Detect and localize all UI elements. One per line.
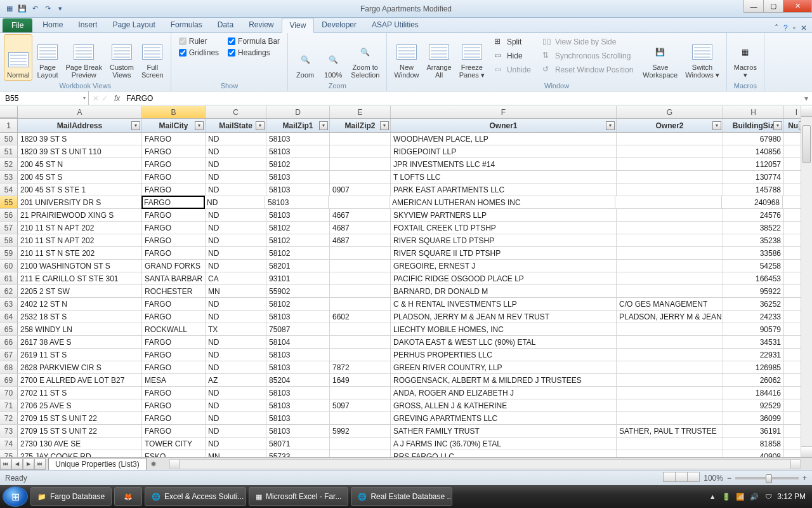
cell[interactable]: 140856 <box>723 145 784 157</box>
cell[interactable]: C/O GES MANAGEMENT <box>617 298 723 310</box>
cell[interactable]: ND <box>206 260 266 272</box>
cell[interactable]: T LOFTS LLC <box>391 171 617 183</box>
cell[interactable]: 24233 <box>723 311 784 323</box>
row-header[interactable]: 68 <box>0 361 18 373</box>
headings-checkbox[interactable]: Headings <box>228 48 280 57</box>
cell[interactable] <box>330 298 391 310</box>
tab-view[interactable]: View <box>282 18 315 33</box>
cell[interactable] <box>617 247 723 259</box>
cell[interactable] <box>617 399 723 411</box>
tray-icon[interactable]: 🛡 <box>763 491 773 502</box>
cell[interactable] <box>330 336 391 348</box>
cell[interactable]: ND <box>206 361 266 373</box>
row-header[interactable]: 61 <box>0 272 18 284</box>
cell[interactable] <box>330 171 391 183</box>
cell[interactable]: AMERICAN LUTHERAN HOMES INC <box>390 196 615 208</box>
cell[interactable]: PLADSON, JERRY M & JEAN <box>617 311 723 323</box>
cell[interactable]: 58102 <box>266 234 330 246</box>
cell[interactable]: ND <box>206 311 266 323</box>
cell[interactable]: ND <box>206 171 266 183</box>
cell[interactable]: WOODHAVEN PLACE, LLP <box>391 133 617 145</box>
cell[interactable]: 67980 <box>723 133 784 145</box>
taskbar-item[interactable]: 📁 Fargo Database <box>30 487 112 506</box>
cell[interactable]: 95922 <box>723 285 784 297</box>
cell[interactable]: ND <box>206 336 266 348</box>
column-header[interactable]: B <box>142 106 206 118</box>
cell[interactable]: PARK EAST APARTMENTS LLC <box>391 184 617 196</box>
file-tab[interactable]: File <box>3 18 32 32</box>
cell[interactable]: MN <box>206 450 266 457</box>
cell[interactable]: 58103 <box>266 171 330 183</box>
vertical-scrollbar[interactable] <box>801 106 812 457</box>
cell[interactable]: 58103 <box>265 196 329 208</box>
cell[interactable]: 36252 <box>723 298 784 310</box>
column-header[interactable]: F <box>391 106 617 118</box>
cell[interactable]: ND <box>206 234 266 246</box>
row-header[interactable]: 70 <box>0 387 18 399</box>
cell[interactable]: RIDGEPOINT LLP <box>391 145 617 157</box>
system-tray[interactable]: ▲ 🔋 📶 🔊 🛡 3:12 PM <box>707 491 809 502</box>
cell[interactable]: ND <box>206 209 266 221</box>
cell[interactable]: ROCKWALL <box>142 323 206 335</box>
tab-data[interactable]: Data <box>210 18 241 32</box>
cell[interactable]: 1649 <box>330 374 391 386</box>
cell[interactable]: GREEN RIVER COUNTRY, LLP <box>391 361 617 373</box>
cell[interactable] <box>330 272 391 284</box>
cell[interactable]: 58201 <box>266 260 330 272</box>
cell[interactable]: DAKOTA EAST & WEST LLC (90%) ETAL <box>391 336 617 348</box>
filter-dropdown-icon[interactable]: ▼ <box>606 121 615 130</box>
cell[interactable]: 75087 <box>266 323 330 335</box>
cell[interactable]: ND <box>206 145 266 157</box>
cell[interactable]: 34531 <box>723 336 784 348</box>
arrange-all-button[interactable]: Arrange All <box>424 34 455 81</box>
cell[interactable] <box>330 133 391 145</box>
cell[interactable]: 1820 39 ST S <box>18 133 142 145</box>
save-icon[interactable]: 💾 <box>16 3 28 15</box>
row-header[interactable]: 51 <box>0 145 18 157</box>
cell[interactable]: 54258 <box>723 260 784 272</box>
row-header[interactable]: 74 <box>0 438 18 450</box>
cell[interactable]: 58103 <box>266 145 330 157</box>
column-header[interactable]: A <box>18 106 142 118</box>
cell[interactable]: 4687 <box>330 222 391 234</box>
cell[interactable]: FOXTAIL CREEK LTD PTSHP <box>391 222 617 234</box>
tray-icon[interactable]: ▲ <box>707 491 717 502</box>
cell[interactable]: 184416 <box>723 387 784 399</box>
cell[interactable]: 24576 <box>723 209 784 221</box>
cell[interactable] <box>617 387 723 399</box>
cell[interactable]: MESA <box>142 374 206 386</box>
cell[interactable]: FARGO <box>142 361 206 373</box>
cell[interactable] <box>617 184 723 196</box>
name-box[interactable]: B55 <box>0 91 89 105</box>
cell[interactable]: 275 JAY COOKE RD <box>18 450 142 457</box>
cell[interactable]: FARGO <box>142 247 206 259</box>
cell[interactable]: ND <box>206 399 266 411</box>
tab-formulas[interactable]: Formulas <box>163 18 210 32</box>
filter-dropdown-icon[interactable]: ▼ <box>712 121 721 130</box>
cell[interactable] <box>329 196 390 208</box>
custom-views-button[interactable]: Custom Views <box>107 34 137 81</box>
row-header[interactable]: 52 <box>0 158 18 170</box>
zoom-level[interactable]: 100% <box>704 474 723 483</box>
freeze-panes-button[interactable]: Freeze Panes ▾ <box>456 34 488 81</box>
cell[interactable]: 2619 11 ST S <box>18 349 142 361</box>
formula-input[interactable]: FARGO <box>122 94 801 103</box>
cell[interactable]: 166453 <box>723 272 784 284</box>
row-header[interactable]: 56 <box>0 209 18 221</box>
cell[interactable]: GROSS, ALLEN J & KATHERINE <box>391 399 617 411</box>
taskbar-item[interactable]: 🌐 Real Estate Database ... <box>351 487 452 506</box>
cell[interactable] <box>330 285 391 297</box>
minimize-ribbon-icon[interactable]: ˄ <box>775 23 778 32</box>
filter-dropdown-icon[interactable]: ▼ <box>319 121 328 130</box>
cell[interactable]: 58103 <box>266 311 330 323</box>
page-break-preview-button[interactable]: Page Break Preview <box>62 34 105 81</box>
cell[interactable]: 22931 <box>723 349 784 361</box>
tab-page-layout[interactable]: Page Layout <box>105 18 162 32</box>
cell[interactable] <box>617 133 723 145</box>
cell[interactable]: 58102 <box>266 298 330 310</box>
cell[interactable]: ND <box>206 133 266 145</box>
cancel-fx-icon[interactable]: ✕ <box>93 94 99 103</box>
cell[interactable]: MN <box>206 285 266 297</box>
cell[interactable]: FARGO <box>142 171 206 183</box>
cell[interactable]: 58103 <box>266 133 330 145</box>
